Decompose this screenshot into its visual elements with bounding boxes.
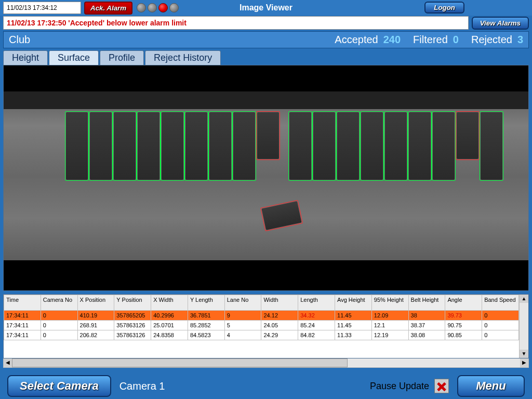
cell: 0 [41,330,77,340]
menu-button[interactable]: Menu [457,375,525,397]
overlay-box-green [137,111,161,181]
ack-alarm-button[interactable]: Ack. Alarm [84,2,132,15]
select-camera-button[interactable]: Select Camera [7,375,111,397]
close-icon[interactable] [434,379,449,393]
cell: 40.2996 [151,311,188,321]
data-grid: TimeCamera NoX PositionY PositionX Width… [3,294,529,358]
cell: 206.82 [77,330,114,340]
cell: 24.29 [261,330,298,340]
col-y-length[interactable]: Y Length [188,295,224,311]
vertical-scrollbar[interactable]: ▲ ▼ [519,295,528,358]
scene [4,91,528,260]
overlay-box-green [336,111,360,181]
rejected-biscuit [261,201,301,230]
cell: 9 [224,311,261,321]
col-x-width[interactable]: X Width [151,295,188,311]
cell: 17:34:11 [4,330,41,340]
col-camera-no[interactable]: Camera No [41,295,77,311]
cell: 38.08 [408,330,445,340]
tab-surface[interactable]: Surface [49,50,99,65]
pause-update-label: Pause Update [370,381,429,392]
col-band-speed[interactable]: Band Speed [482,295,519,311]
biscuit [162,112,183,180]
overlay-box-green [432,111,456,181]
overlay-box-green [360,111,384,181]
cell: 90.85 [445,330,482,340]
cell: 38 [408,311,445,321]
footer: Select Camera Camera 1 Pause Update Menu [0,373,532,399]
overlay-box-red [260,200,303,231]
overlay-box-green [184,111,208,181]
scroll-down-icon[interactable]: ▼ [520,350,528,358]
cell: 0 [482,311,519,321]
overlay-box-green [89,111,113,181]
col-avg-height[interactable]: Avg Height [335,295,372,311]
overlay-box-green [312,111,336,181]
col-time[interactable]: Time [4,295,41,311]
scroll-up-icon[interactable]: ▲ [520,295,528,303]
cell: 34.32 [298,311,335,321]
col-lane-no[interactable]: Lane No [224,295,261,311]
pause-update[interactable]: Pause Update [370,379,449,393]
cell: 24.8358 [151,330,188,340]
col-length[interactable]: Length [298,295,335,311]
table-row[interactable]: 17:34:110268.9135786312625.070185.285252… [4,321,519,330]
biscuit [66,112,88,180]
col-y-position[interactable]: Y Position [114,295,151,311]
scroll-right-icon[interactable]: ▶ [520,358,528,367]
cell: 25.0701 [151,321,188,330]
biscuit [337,112,359,180]
overlay-box-green [408,111,432,181]
biscuit [233,112,255,180]
tab-reject-history[interactable]: Reject History [145,50,221,65]
biscuit [313,112,335,180]
cell: 0 [41,321,77,330]
scroll-thumb[interactable] [12,358,348,367]
alarm-led-red [158,3,168,12]
col-95-height[interactable]: 95% Height [371,295,408,311]
cell: 90.75 [445,321,482,330]
biscuit [481,112,502,180]
current-camera-label: Camera 1 [119,380,165,392]
cell: 39.73 [445,311,482,321]
logon-button[interactable]: Logon [424,2,464,14]
alarm-led-off [137,3,146,12]
col-x-position[interactable]: X Position [77,295,114,311]
product-name: Club [9,34,30,46]
tab-profile[interactable]: Profile [100,50,144,65]
tab-strip: HeightSurfaceProfileReject History [3,50,529,65]
table-row[interactable]: 17:34:110206.8235786312624.835884.582342… [4,330,519,340]
col-belt-height[interactable]: Belt Height [408,295,445,311]
alarm-message: 11/02/13 17:32:50 'Accepted' below lower… [3,16,469,30]
biscuit [289,112,311,180]
alarm-led-off [148,3,157,12]
cell: 17:34:11 [4,311,41,321]
app-title: Image Viewer [240,3,292,12]
tab-height[interactable]: Height [3,50,48,65]
table-row[interactable]: 17:34:110410.1935786520540.299636.785192… [4,311,519,321]
cell: 36.7851 [188,311,224,321]
scroll-left-icon[interactable]: ◀ [4,358,12,367]
rejected-value: 3 [517,34,523,46]
rejected-label: Rejected [471,34,512,46]
biscuit [257,112,279,159]
horizontal-scrollbar[interactable]: ◀ ▶ [3,358,529,368]
filtered-value: 0 [453,34,459,46]
overlay-box-green [113,111,137,181]
conveyor-edge [4,91,528,109]
biscuit [385,112,407,180]
cell: 38.37 [408,321,445,330]
view-alarms-button[interactable]: View Alarms [472,17,529,30]
info-strip: Club Accepted 240 Filtered 0 Rejected 3 [3,31,529,48]
biscuit [90,112,112,180]
col-width[interactable]: Width [261,295,298,311]
cell: 11.45 [335,311,372,321]
col-angle[interactable]: Angle [445,295,482,311]
biscuit [409,112,431,180]
cell: 268.91 [77,321,114,330]
cell: 0 [482,330,519,340]
cell: 24.12 [261,311,298,321]
accepted-label: Accepted [335,34,378,46]
biscuit [433,112,455,180]
overlay-box-green [65,111,89,181]
